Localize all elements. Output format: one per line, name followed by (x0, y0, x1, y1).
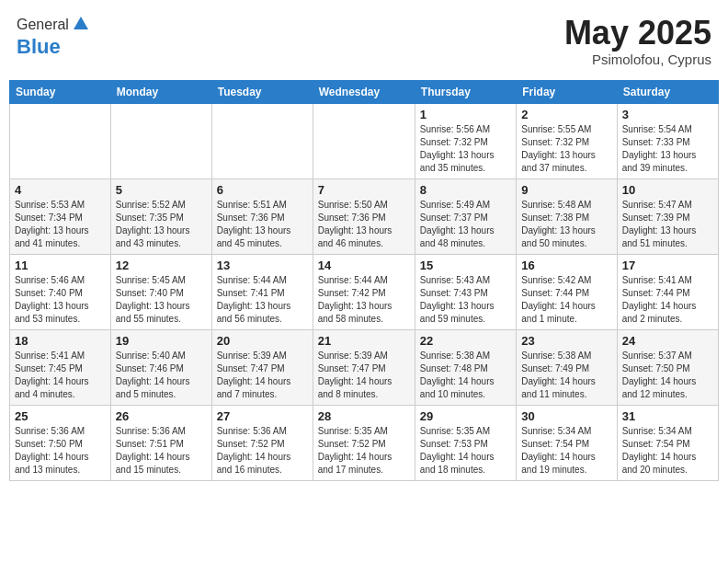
day-number: 20 (217, 334, 308, 348)
week-row-5: 25Sunrise: 5:36 AMSunset: 7:50 PMDayligh… (10, 405, 719, 480)
day-info: Sunrise: 5:48 AMSunset: 7:38 PMDaylight:… (521, 199, 611, 250)
day-number: 24 (622, 334, 713, 348)
day-cell (110, 103, 211, 178)
calendar-table: SundayMondayTuesdayWednesdayThursdayFrid… (9, 80, 719, 481)
day-cell: 27Sunrise: 5:36 AMSunset: 7:52 PMDayligh… (211, 405, 313, 480)
week-row-4: 18Sunrise: 5:41 AMSunset: 7:45 PMDayligh… (10, 329, 719, 405)
day-number: 29 (420, 409, 511, 423)
day-number: 18 (15, 334, 106, 348)
day-number: 19 (116, 334, 207, 348)
week-row-3: 11Sunrise: 5:46 AMSunset: 7:40 PMDayligh… (10, 254, 719, 329)
day-number: 6 (217, 183, 308, 197)
day-info: Sunrise: 5:47 AMSunset: 7:39 PMDaylight:… (622, 199, 713, 250)
day-cell: 17Sunrise: 5:41 AMSunset: 7:44 PMDayligh… (617, 254, 718, 329)
day-cell: 9Sunrise: 5:48 AMSunset: 7:38 PMDaylight… (517, 178, 617, 254)
day-info: Sunrise: 5:34 AMSunset: 7:54 PMDaylight:… (622, 425, 713, 477)
day-number: 23 (521, 334, 611, 348)
day-cell: 24Sunrise: 5:37 AMSunset: 7:50 PMDayligh… (617, 329, 718, 405)
day-cell: 16Sunrise: 5:42 AMSunset: 7:44 PMDayligh… (517, 254, 617, 329)
day-cell: 11Sunrise: 5:46 AMSunset: 7:40 PMDayligh… (10, 254, 111, 329)
week-row-2: 4Sunrise: 5:53 AMSunset: 7:34 PMDaylight… (10, 178, 719, 254)
day-cell: 13Sunrise: 5:44 AMSunset: 7:41 PMDayligh… (211, 254, 313, 329)
day-info: Sunrise: 5:38 AMSunset: 7:49 PMDaylight:… (521, 350, 611, 401)
day-cell: 7Sunrise: 5:50 AMSunset: 7:36 PMDaylight… (313, 178, 415, 254)
day-number: 5 (116, 183, 207, 197)
weekday-header-thursday: Thursday (415, 80, 516, 103)
day-info: Sunrise: 5:51 AMSunset: 7:36 PMDaylight:… (217, 199, 308, 250)
day-info: Sunrise: 5:46 AMSunset: 7:40 PMDaylight:… (15, 274, 106, 326)
day-number: 1 (420, 108, 511, 121)
day-cell: 12Sunrise: 5:45 AMSunset: 7:40 PMDayligh… (110, 254, 211, 329)
weekday-header-row: SundayMondayTuesdayWednesdayThursdayFrid… (10, 80, 719, 103)
weekday-header-tuesday: Tuesday (211, 80, 313, 103)
logo-blue-text: Blue (17, 35, 61, 58)
day-info: Sunrise: 5:39 AMSunset: 7:47 PMDaylight:… (217, 350, 308, 401)
day-info: Sunrise: 5:54 AMSunset: 7:33 PMDaylight:… (622, 123, 713, 175)
day-info: Sunrise: 5:43 AMSunset: 7:43 PMDaylight:… (420, 274, 511, 326)
day-cell: 26Sunrise: 5:36 AMSunset: 7:51 PMDayligh… (110, 405, 211, 480)
day-info: Sunrise: 5:49 AMSunset: 7:37 PMDaylight:… (420, 199, 511, 250)
day-info: Sunrise: 5:38 AMSunset: 7:48 PMDaylight:… (420, 350, 511, 401)
location-subtitle: Psimolofou, Cyprus (564, 52, 711, 67)
day-info: Sunrise: 5:36 AMSunset: 7:52 PMDaylight:… (217, 425, 308, 477)
day-number: 25 (15, 409, 106, 423)
day-cell: 30Sunrise: 5:34 AMSunset: 7:54 PMDayligh… (517, 405, 617, 480)
day-cell: 2Sunrise: 5:55 AMSunset: 7:32 PMDaylight… (517, 103, 617, 178)
day-info: Sunrise: 5:41 AMSunset: 7:44 PMDaylight:… (622, 274, 713, 326)
day-number: 27 (217, 409, 308, 423)
day-cell: 6Sunrise: 5:51 AMSunset: 7:36 PMDaylight… (211, 178, 313, 254)
day-info: Sunrise: 5:36 AMSunset: 7:51 PMDaylight:… (116, 425, 207, 477)
weekday-header-wednesday: Wednesday (313, 80, 415, 103)
day-number: 30 (521, 409, 611, 423)
day-cell: 15Sunrise: 5:43 AMSunset: 7:43 PMDayligh… (415, 254, 516, 329)
day-number: 26 (116, 409, 207, 423)
logo-general-text: General (17, 17, 69, 33)
day-number: 16 (521, 259, 611, 272)
logo-icon (72, 15, 88, 31)
day-info: Sunrise: 5:39 AMSunset: 7:47 PMDaylight:… (318, 350, 410, 401)
day-number: 31 (622, 409, 713, 423)
logo: General Blue (17, 15, 88, 59)
day-cell: 20Sunrise: 5:39 AMSunset: 7:47 PMDayligh… (211, 329, 313, 405)
day-number: 11 (15, 259, 106, 272)
day-cell: 3Sunrise: 5:54 AMSunset: 7:33 PMDaylight… (617, 103, 718, 178)
day-cell (211, 103, 313, 178)
day-info: Sunrise: 5:42 AMSunset: 7:44 PMDaylight:… (521, 274, 611, 326)
day-number: 9 (521, 183, 611, 197)
day-info: Sunrise: 5:37 AMSunset: 7:50 PMDaylight:… (622, 350, 713, 401)
day-cell: 5Sunrise: 5:52 AMSunset: 7:35 PMDaylight… (110, 178, 211, 254)
day-info: Sunrise: 5:34 AMSunset: 7:54 PMDaylight:… (521, 425, 611, 477)
day-number: 15 (420, 259, 511, 272)
day-cell (10, 103, 111, 178)
day-number: 21 (318, 334, 410, 348)
day-cell: 22Sunrise: 5:38 AMSunset: 7:48 PMDayligh… (415, 329, 516, 405)
day-cell: 23Sunrise: 5:38 AMSunset: 7:49 PMDayligh… (517, 329, 617, 405)
weekday-header-sunday: Sunday (10, 80, 111, 103)
day-number: 14 (318, 259, 410, 272)
day-info: Sunrise: 5:44 AMSunset: 7:41 PMDaylight:… (217, 274, 308, 326)
week-row-1: 1Sunrise: 5:56 AMSunset: 7:32 PMDaylight… (10, 103, 719, 178)
day-info: Sunrise: 5:35 AMSunset: 7:53 PMDaylight:… (420, 425, 511, 477)
svg-marker-0 (74, 17, 88, 29)
day-info: Sunrise: 5:36 AMSunset: 7:50 PMDaylight:… (15, 425, 106, 477)
day-number: 8 (420, 183, 511, 197)
day-cell: 14Sunrise: 5:44 AMSunset: 7:42 PMDayligh… (313, 254, 415, 329)
day-cell: 19Sunrise: 5:40 AMSunset: 7:46 PMDayligh… (110, 329, 211, 405)
day-cell: 31Sunrise: 5:34 AMSunset: 7:54 PMDayligh… (617, 405, 718, 480)
day-cell (313, 103, 415, 178)
day-info: Sunrise: 5:53 AMSunset: 7:34 PMDaylight:… (15, 199, 106, 250)
day-cell: 8Sunrise: 5:49 AMSunset: 7:37 PMDaylight… (415, 178, 516, 254)
day-info: Sunrise: 5:52 AMSunset: 7:35 PMDaylight:… (116, 199, 207, 250)
day-cell: 1Sunrise: 5:56 AMSunset: 7:32 PMDaylight… (415, 103, 516, 178)
day-cell: 29Sunrise: 5:35 AMSunset: 7:53 PMDayligh… (415, 405, 516, 480)
day-info: Sunrise: 5:41 AMSunset: 7:45 PMDaylight:… (15, 350, 106, 401)
day-number: 4 (15, 183, 106, 197)
day-number: 22 (420, 334, 511, 348)
month-title: May 2025 (564, 15, 711, 52)
day-cell: 18Sunrise: 5:41 AMSunset: 7:45 PMDayligh… (10, 329, 111, 405)
day-info: Sunrise: 5:40 AMSunset: 7:46 PMDaylight:… (116, 350, 207, 401)
day-info: Sunrise: 5:50 AMSunset: 7:36 PMDaylight:… (318, 199, 410, 250)
day-info: Sunrise: 5:55 AMSunset: 7:32 PMDaylight:… (521, 123, 611, 175)
day-number: 12 (116, 259, 207, 272)
day-cell: 21Sunrise: 5:39 AMSunset: 7:47 PMDayligh… (313, 329, 415, 405)
